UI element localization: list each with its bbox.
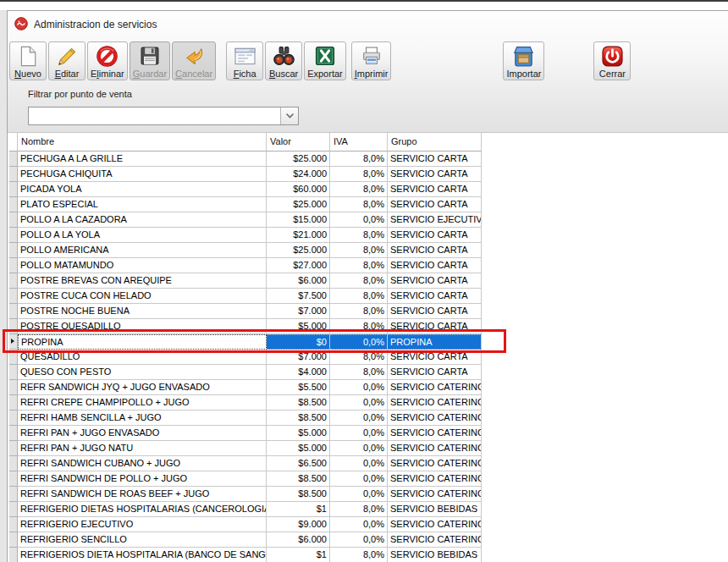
header-iva[interactable]: IVA [330, 133, 388, 152]
cell-iva[interactable]: 8,0% [330, 502, 388, 517]
table-row[interactable]: POSTRE CUCA CON HELADO$7.5008,0%SERVICIO… [9, 289, 728, 304]
cell-iva[interactable]: 8,0% [330, 258, 388, 273]
table-row[interactable]: REFRI CREPE CHAMPIPOLLO + JUGO$8.5000,0%… [9, 395, 728, 410]
imprimir-button[interactable]: Imprimir [351, 41, 392, 80]
row-selector[interactable] [9, 334, 18, 350]
table-row[interactable]: POLLO MATAMUNDO$27.0008,0%SERVICIO CARTA [9, 258, 728, 273]
cell-iva[interactable]: 0,0% [330, 426, 388, 441]
table-row[interactable]: REFR SANDWICH JYQ + JUGO ENVASADO$5.5000… [9, 380, 728, 395]
cell-iva[interactable]: 8,0% [330, 182, 388, 197]
cell-grupo[interactable]: SERVICIO CARTA [388, 228, 482, 243]
cell-valor[interactable]: $15.000 [267, 212, 330, 228]
cell-iva[interactable]: 8,0% [330, 548, 388, 562]
cell-valor[interactable]: $5.000 [267, 319, 330, 334]
cell-grupo[interactable]: SERVICIO CATERING [388, 426, 482, 441]
cell-grupo[interactable]: SERVICIO CATERING [388, 517, 482, 532]
table-row[interactable]: POLLO AMERICANA$25.0008,0%SERVICIO CARTA [9, 243, 728, 258]
table-row[interactable]: REFRI PAN + JUGO NATU$5.0000,0%SERVICIO … [9, 441, 728, 456]
cell-iva[interactable]: 0,0% [330, 517, 388, 532]
row-selector[interactable] [9, 487, 18, 502]
cell-iva[interactable]: 0,0% [330, 471, 388, 487]
cell-nombre[interactable]: POLLO A LA YOLA [18, 228, 267, 243]
cell-valor[interactable]: $4.000 [267, 365, 330, 380]
cell-nombre[interactable]: REFRI HAMB SENCILLA + JUGO [18, 410, 267, 426]
table-row[interactable]: POLLO A LA CAZADORA$15.0000,0%SERVICIO E… [9, 212, 728, 228]
cell-grupo[interactable]: SERVICIO CATERING [388, 532, 482, 548]
table-row[interactable]: REFRIGERIO SENCILLO$6.0000,0%SERVICIO CA… [9, 532, 728, 548]
table-row[interactable]: REFRIGERIOS DIETA HOSPITALARIA (BANCO DE… [9, 548, 728, 562]
cell-nombre[interactable]: REFRIGERIO DIETAS HOSPITALARIAS (CANCERO… [18, 502, 267, 517]
table-row[interactable]: REFRI PAN + JUGO ENVASADO$5.0000,0%SERVI… [9, 426, 728, 441]
cell-grupo[interactable]: SERVICIO CATERING [388, 487, 482, 502]
cell-valor[interactable]: $21.000 [267, 228, 330, 243]
row-selector[interactable] [9, 502, 18, 517]
cell-iva[interactable]: 8,0% [330, 289, 388, 304]
table-row[interactable]: REFRI SANDWICH DE ROAS BEEF + JUGO$8.500… [9, 487, 728, 502]
cell-valor[interactable]: $0 [267, 334, 330, 350]
cell-nombre[interactable]: POLLO AMERICANA [18, 243, 267, 258]
row-selector[interactable] [9, 441, 18, 456]
cell-grupo[interactable]: SERVICIO CARTA [388, 152, 482, 167]
table-row[interactable]: REFRI HAMB SENCILLA + JUGO$8.5000,0%SERV… [9, 410, 728, 426]
table-row[interactable]: QUESO CON PESTO$4.0008,0%SERVICIO CARTA [9, 365, 728, 380]
cell-nombre[interactable]: REFRI PAN + JUGO ENVASADO [18, 426, 267, 441]
combobox-dropdown-button[interactable] [280, 107, 298, 124]
header-valor[interactable]: Valor [267, 133, 330, 152]
cell-nombre[interactable]: POSTRE NOCHE BUENA [18, 304, 267, 319]
table-row[interactable]: PLATO ESPECIAL$25.0008,0%SERVICIO CARTA [9, 197, 728, 212]
row-selector[interactable] [9, 243, 18, 258]
cell-grupo[interactable]: SERVICIO CARTA [388, 304, 482, 319]
cell-nombre[interactable]: PECHUGA CHIQUITA [18, 167, 267, 182]
row-selector[interactable] [9, 212, 18, 228]
row-selector[interactable] [9, 456, 18, 471]
cell-nombre[interactable]: POSTRE BREVAS CON AREQUIPE [18, 273, 267, 289]
cell-grupo[interactable]: SERVICIO CATERING [388, 380, 482, 395]
table-row[interactable]: POSTRE BREVAS CON AREQUIPE$6.0008,0%SERV… [9, 273, 728, 289]
cell-nombre[interactable]: POSTRE QUESADILLO [18, 319, 267, 334]
row-selector[interactable] [9, 197, 18, 212]
cell-valor[interactable]: $5.000 [267, 441, 330, 456]
cell-nombre[interactable]: POLLO A LA CAZADORA [18, 212, 267, 228]
cell-nombre[interactable]: POSTRE CUCA CON HELADO [18, 289, 267, 304]
cell-iva[interactable]: 8,0% [330, 365, 388, 380]
row-selector[interactable] [9, 380, 18, 395]
cell-valor[interactable]: $5.000 [267, 426, 330, 441]
cell-valor[interactable]: $1 [267, 548, 330, 562]
cell-nombre[interactable]: REFRI SANDWICH DE ROAS BEEF + JUGO [18, 487, 267, 502]
row-selector[interactable] [9, 548, 18, 562]
cell-grupo[interactable]: SERVICIO CARTA [388, 350, 482, 365]
table-row[interactable]: REFRIGERIO EJECUTIVO$9.0000,0%SERVICIO C… [9, 517, 728, 532]
cell-nombre[interactable]: PICADA YOLA [18, 182, 267, 197]
header-nombre[interactable]: Nombre [18, 133, 267, 152]
cell-iva[interactable]: 0,0% [330, 487, 388, 502]
row-selector[interactable] [9, 228, 18, 243]
cell-nombre[interactable]: REFRIGERIOS DIETA HOSPITALARIA (BANCO DE… [18, 548, 267, 562]
cell-valor[interactable]: $8.500 [267, 395, 330, 410]
cell-iva[interactable]: 8,0% [330, 243, 388, 258]
cell-valor[interactable]: $27.000 [267, 258, 330, 273]
cell-iva[interactable]: 0,0% [330, 212, 388, 228]
table-row[interactable]: POLLO A LA YOLA$21.0008,0%SERVICIO CARTA [9, 228, 728, 243]
cell-valor[interactable]: $6.000 [267, 532, 330, 548]
pos-filter-input[interactable] [29, 107, 280, 124]
cell-grupo[interactable]: SERVICIO CARTA [388, 167, 482, 182]
cell-iva[interactable]: 8,0% [330, 228, 388, 243]
cell-nombre[interactable]: REFR SANDWICH JYQ + JUGO ENVASADO [18, 380, 267, 395]
cell-iva[interactable]: 0,0% [330, 334, 388, 350]
cell-grupo[interactable]: SERVICIO CATERING [388, 456, 482, 471]
table-row[interactable]: PECHUGA A LA GRILLE$25.0008,0%SERVICIO C… [9, 152, 728, 167]
cell-iva[interactable]: 0,0% [330, 456, 388, 471]
cell-valor[interactable]: $25.000 [267, 197, 330, 212]
cell-iva[interactable]: 0,0% [330, 441, 388, 456]
table-row[interactable]: POSTRE NOCHE BUENA$7.0008,0%SERVICIO CAR… [9, 304, 728, 319]
cell-valor[interactable]: $6.000 [267, 273, 330, 289]
table-row[interactable]: PICADA YOLA$60.0008,0%SERVICIO CARTA [9, 182, 728, 197]
pos-filter-combobox[interactable] [28, 107, 299, 125]
cell-nombre[interactable]: REFRI PAN + JUGO NATU [18, 441, 267, 456]
buscar-button[interactable]: Buscar [265, 41, 302, 80]
ficha-button[interactable]: Ficha [226, 41, 263, 80]
cell-grupo[interactable]: SERVICIO CATERING [388, 471, 482, 487]
row-selector[interactable] [9, 350, 18, 365]
row-selector[interactable] [9, 319, 18, 334]
cell-valor[interactable]: $7.000 [267, 350, 330, 365]
